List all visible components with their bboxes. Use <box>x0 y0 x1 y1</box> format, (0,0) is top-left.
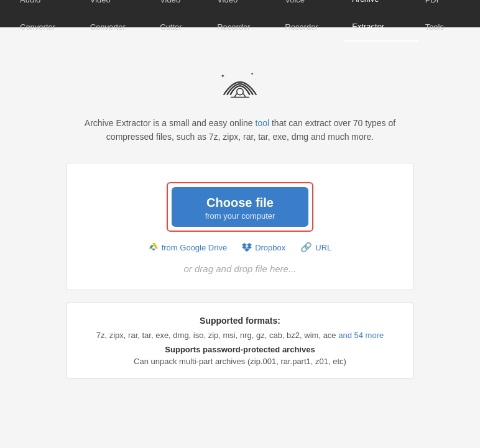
source-links: from Google Drive Dropbox 🔗 URL <box>149 242 332 254</box>
url-icon: 🔗 <box>300 242 312 253</box>
google-drive-label: from Google Drive <box>162 243 227 252</box>
upload-box: Choose file from your computer from Goog… <box>66 163 414 290</box>
choose-file-wrapper: Choose file from your computer <box>167 182 313 232</box>
nav-audio-converter[interactable]: Audio Converter <box>12 0 83 41</box>
nav-video-cutter[interactable]: Video Cutter <box>152 0 210 41</box>
choose-file-sub: from your computer <box>205 211 275 221</box>
feature-password: Supports password-protected archives <box>85 345 395 354</box>
feature-multipart: Can unpack multi-part archives (zip.001,… <box>85 357 395 366</box>
dropbox-icon <box>242 242 252 254</box>
nav-pdf-tools[interactable]: PDF Tools <box>418 0 468 41</box>
url-link[interactable]: 🔗 URL <box>300 242 331 254</box>
hero-icon: ✦ ✦ · <box>215 65 265 104</box>
top-nav: Audio Converter Video Converter Video Cu… <box>0 0 480 27</box>
choose-file-button[interactable]: Choose file from your computer <box>172 187 308 227</box>
svg-text:✦: ✦ <box>221 73 225 79</box>
google-drive-icon <box>149 242 159 254</box>
svg-marker-8 <box>149 245 154 249</box>
dropbox-label: Dropbox <box>255 243 285 252</box>
svg-text:·: · <box>255 78 256 81</box>
choose-file-label: Choose file <box>206 196 274 210</box>
google-drive-link[interactable]: from Google Drive <box>149 242 227 254</box>
svg-point-3 <box>237 88 244 95</box>
more-formats-link[interactable]: and 54 more <box>338 331 384 340</box>
drag-drop-label: or drag and drop file here... <box>184 263 297 274</box>
tool-link[interactable]: tool <box>256 118 270 128</box>
svg-marker-9 <box>152 249 155 250</box>
nav-archive-extractor[interactable]: Archive Extractor <box>344 0 417 42</box>
svg-line-5 <box>243 94 246 98</box>
hero-description: Archive Extractor is a small and easy on… <box>85 116 395 144</box>
svg-line-4 <box>234 94 237 98</box>
nav-voice-recorder[interactable]: Voice Recorder <box>277 0 344 41</box>
svg-text:✦: ✦ <box>251 72 254 76</box>
url-label: URL <box>315 243 331 252</box>
supported-formats-box: Supported formats: 7z, zipx, rar, tar, e… <box>66 303 414 379</box>
nav-video-converter[interactable]: Video Converter <box>83 0 152 41</box>
dropbox-link[interactable]: Dropbox <box>242 242 285 254</box>
nav-video-recorder[interactable]: Video Recorder <box>210 0 277 41</box>
main-content: ✦ ✦ · Archive Extractor is a small and e… <box>0 27 480 404</box>
supported-title: Supported formats: <box>85 316 395 326</box>
supported-formats: 7z, zipx, rar, tar, exe, dmg, iso, zip, … <box>85 331 395 340</box>
